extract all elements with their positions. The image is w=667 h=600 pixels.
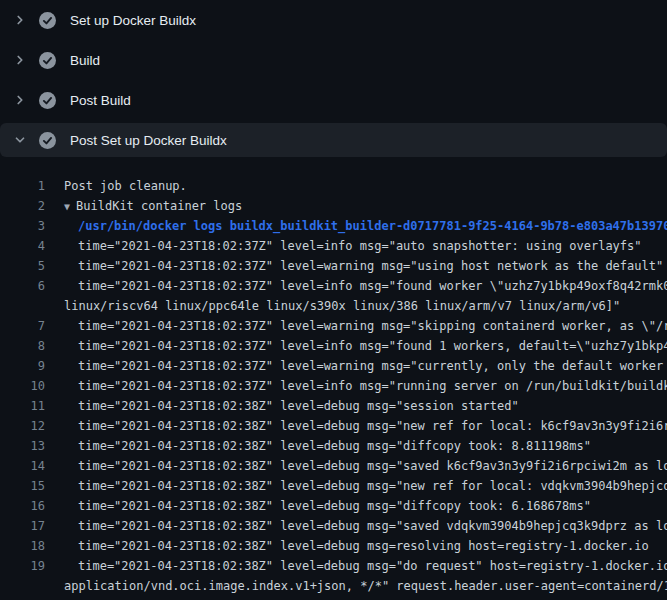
log-line-number[interactable]: 9 (0, 356, 50, 376)
log-message-text: time="2021-04-23T18:02:37Z" level=warnin… (50, 256, 663, 276)
log-line-number[interactable]: 15 (0, 476, 50, 496)
log-group-label: BuildKit container logs (76, 199, 242, 213)
chevron-right-icon (12, 92, 28, 108)
log-line-number[interactable]: 11 (0, 396, 50, 416)
log-message-text: time="2021-04-23T18:02:38Z" level=debug … (50, 516, 667, 536)
log-message-text: time="2021-04-23T18:02:38Z" level=debug … (50, 596, 667, 600)
log-line: 2▼BuildKit container logs (0, 196, 667, 216)
log-message-text: application/vnd.oci.image.index.v1+json,… (50, 576, 667, 596)
log-line-number[interactable]: 8 (0, 336, 50, 356)
log-line: 5time="2021-04-23T18:02:37Z" level=warni… (0, 256, 667, 276)
log-message-text: Post job cleanup. (50, 176, 187, 196)
log-line: 18time="2021-04-23T18:02:38Z" level=debu… (0, 536, 667, 556)
check-circle-icon (39, 52, 56, 69)
step-label: Post Set up Docker Buildx (70, 133, 227, 148)
log-line: 12time="2021-04-23T18:02:38Z" level=debu… (0, 416, 667, 436)
log-line-number[interactable]: 1 (0, 176, 50, 196)
log-line: 4time="2021-04-23T18:02:37Z" level=info … (0, 236, 667, 256)
log-line-number[interactable]: 18 (0, 536, 50, 556)
log-message-text: time="2021-04-23T18:02:38Z" level=debug … (50, 436, 591, 456)
step-label: Build (70, 53, 100, 68)
log-line-number[interactable]: 6 (0, 276, 50, 296)
log-line: 8time="2021-04-23T18:02:37Z" level=info … (0, 336, 667, 356)
log-message-text: time="2021-04-23T18:02:37Z" level=info m… (50, 276, 667, 296)
log-message-text: time="2021-04-23T18:02:38Z" level=debug … (50, 416, 667, 436)
log-line-number[interactable]: 19 (0, 556, 50, 576)
log-line-number (0, 576, 50, 596)
log-line: 9time="2021-04-23T18:02:37Z" level=warni… (0, 356, 667, 376)
chevron-right-icon (12, 52, 28, 68)
step-header-set-up-docker-buildx[interactable]: Set up Docker Buildx (0, 3, 667, 37)
log-line: 1Post job cleanup. (0, 176, 667, 196)
check-circle-icon (39, 92, 56, 109)
log-message-text: time="2021-04-23T18:02:37Z" level=info m… (50, 376, 667, 396)
log-line-number (0, 296, 50, 316)
check-circle-icon (39, 132, 56, 149)
log-line-number[interactable]: 10 (0, 376, 50, 396)
log-message-text: time="2021-04-23T18:02:38Z" level=debug … (50, 456, 667, 476)
log-line: 6time="2021-04-23T18:02:37Z" level=info … (0, 276, 667, 296)
step-label: Set up Docker Buildx (70, 13, 196, 28)
log-line-number[interactable]: 2 (0, 196, 50, 216)
log-line: 19time="2021-04-23T18:02:38Z" level=debu… (0, 556, 667, 576)
log-message-text: time="2021-04-23T18:02:38Z" level=debug … (50, 396, 519, 416)
step-header-post-set-up-docker-buildx[interactable]: Post Set up Docker Buildx (0, 123, 667, 157)
log-line: 14time="2021-04-23T18:02:38Z" level=debu… (0, 456, 667, 476)
log-message-text: time="2021-04-23T18:02:37Z" level=info m… (50, 236, 642, 256)
log-group-toggle[interactable]: ▼BuildKit container logs (50, 196, 242, 216)
log-line: 20time="2021-04-23T18:02:38Z" level=debu… (0, 596, 667, 600)
log-line-number[interactable]: 16 (0, 496, 50, 516)
log-viewer: 1Post job cleanup.2▼BuildKit container l… (0, 163, 667, 600)
log-line-number[interactable]: 4 (0, 236, 50, 256)
log-message-text: time="2021-04-23T18:02:38Z" level=debug … (50, 496, 591, 516)
log-message-text: linux/riscv64 linux/ppc64le linux/s390x … (50, 296, 620, 316)
log-line: 3/usr/bin/docker logs buildx_buildkit_bu… (0, 216, 667, 236)
log-line: 15time="2021-04-23T18:02:38Z" level=debu… (0, 476, 667, 496)
log-line-continuation: linux/riscv64 linux/ppc64le linux/s390x … (0, 296, 667, 316)
log-line: 7time="2021-04-23T18:02:37Z" level=warni… (0, 316, 667, 336)
triangle-down-icon: ▼ (64, 201, 70, 212)
chevron-right-icon (12, 12, 28, 28)
log-line-number[interactable]: 14 (0, 456, 50, 476)
log-line-number[interactable]: 12 (0, 416, 50, 436)
chevron-down-icon (12, 132, 28, 148)
step-list: Set up Docker BuildxBuildPost BuildPost … (0, 0, 667, 157)
log-message-text: time="2021-04-23T18:02:38Z" level=debug … (50, 556, 667, 576)
log-line: 16time="2021-04-23T18:02:38Z" level=debu… (0, 496, 667, 516)
log-message-text: time="2021-04-23T18:02:38Z" level=debug … (50, 476, 667, 496)
step-header-build[interactable]: Build (0, 43, 667, 77)
log-line-number[interactable]: 20 (0, 596, 50, 600)
step-label: Post Build (70, 93, 131, 108)
step-header-post-build[interactable]: Post Build (0, 83, 667, 117)
log-line-number[interactable]: 7 (0, 316, 50, 336)
log-line-continuation: application/vnd.oci.image.index.v1+json,… (0, 576, 667, 596)
log-message-text: time="2021-04-23T18:02:37Z" level=warnin… (50, 316, 667, 336)
log-message-text: time="2021-04-23T18:02:38Z" level=debug … (50, 536, 649, 556)
log-line: 10time="2021-04-23T18:02:37Z" level=info… (0, 376, 667, 396)
log-message-text: time="2021-04-23T18:02:37Z" level=warnin… (50, 356, 667, 376)
log-message-text: time="2021-04-23T18:02:37Z" level=info m… (50, 336, 667, 356)
log-line: 13time="2021-04-23T18:02:38Z" level=debu… (0, 436, 667, 456)
log-line-number[interactable]: 13 (0, 436, 50, 456)
log-line-number[interactable]: 3 (0, 216, 50, 236)
log-line-number[interactable]: 5 (0, 256, 50, 276)
log-line-number[interactable]: 17 (0, 516, 50, 536)
log-command-text: /usr/bin/docker logs buildx_buildkit_bui… (50, 216, 667, 236)
log-line: 11time="2021-04-23T18:02:38Z" level=debu… (0, 396, 667, 416)
check-circle-icon (39, 12, 56, 29)
log-line: 17time="2021-04-23T18:02:38Z" level=debu… (0, 516, 667, 536)
